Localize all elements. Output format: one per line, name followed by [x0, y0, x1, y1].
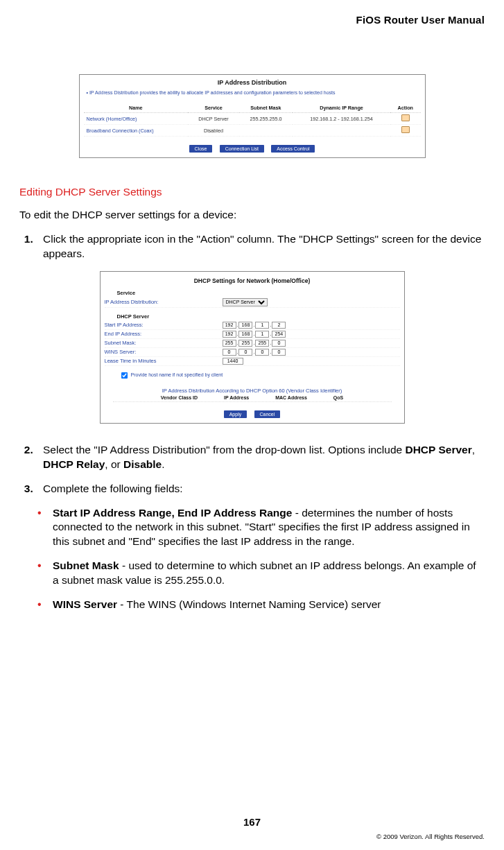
start-ip-2[interactable] [238, 322, 252, 329]
ip-dist-label: IP Address Distribution: [105, 299, 223, 305]
table-row: Network (Home/Office) DHCP Server 255.25… [84, 113, 421, 125]
edit-icon[interactable] [401, 126, 410, 133]
cell-range [293, 125, 390, 137]
bullet-start-end: Start IP Address Range, End IP Address R… [36, 506, 485, 550]
start-ip-3[interactable] [255, 322, 269, 329]
edit-icon[interactable] [401, 114, 410, 121]
screenshot-dhcp-settings: DHCP Settings for Network (Home/Office) … [100, 271, 405, 424]
close-button[interactable]: Close [189, 145, 213, 153]
col-mac: MAC Address [275, 395, 307, 400]
mask-1[interactable] [223, 340, 236, 347]
wins-3[interactable] [255, 349, 269, 356]
screenshot-ip-distribution: IP Address Distribution • IP Address Dis… [79, 74, 426, 158]
cell-name[interactable]: Network (Home/Office) [84, 113, 189, 125]
mask-label: Subnet Mask: [105, 340, 223, 346]
table-row: Broadband Connection (Coax) Disabled [84, 125, 421, 137]
lease-input[interactable] [223, 358, 243, 365]
wins-value: ... [223, 349, 286, 356]
lease-label: Lease Time in Minutes [105, 358, 223, 364]
bullet-wins-server: WINS Server - The WINS (Windows Internet… [36, 598, 485, 612]
cell-name[interactable]: Broadband Connection (Coax) [84, 125, 189, 137]
cancel-button[interactable]: Cancel [254, 410, 281, 418]
ss1-table: Name Service Subnet Mask Dynamic IP Rang… [84, 103, 421, 137]
step-3: Complete the following fields: [36, 482, 485, 496]
intro-text: To edit the DHCP server settings for a d… [19, 208, 485, 223]
start-ip-4[interactable] [272, 322, 286, 329]
access-control-button[interactable]: Access Control [271, 145, 315, 153]
lease-row: Lease Time in Minutes [105, 357, 400, 366]
copyright: © 2009 Verizon. All Rights Reserved. [376, 833, 485, 840]
end-ip-1[interactable] [223, 331, 236, 338]
cell-service: DHCP Server [188, 113, 239, 125]
ip-dist-select[interactable]: DHCP Server [223, 298, 268, 306]
col-name: Name [84, 103, 189, 113]
cell-range: 192.168.1.2 - 192.168.1.254 [293, 113, 390, 125]
wins-row: WINS Server: ... [105, 348, 400, 357]
dhcp-server-head: DHCP Server [105, 312, 400, 321]
col-mask: Subnet Mask [239, 103, 293, 113]
section-title: Editing DHCP Server Settings [19, 186, 485, 198]
start-ip-value: ... [223, 322, 286, 329]
wins-1[interactable] [223, 349, 236, 356]
cell-action[interactable] [390, 113, 421, 125]
ss1-note: • IP Address Distribution provides the a… [84, 90, 421, 95]
mask-3[interactable] [255, 340, 269, 347]
mask-4[interactable] [272, 340, 286, 347]
ss1-title: IP Address Distribution [84, 79, 421, 86]
start-ip-label: Start IP Address: [105, 322, 223, 328]
end-ip-3[interactable] [255, 331, 269, 338]
wins-2[interactable] [238, 349, 252, 356]
col-service: Service [188, 103, 239, 113]
page-number: 167 [0, 816, 504, 828]
ss2-title: DHCP Settings for Network (Home/Office) [105, 277, 400, 284]
start-ip-1[interactable] [223, 322, 236, 329]
cell-service: Disabled [188, 125, 239, 137]
hostname-check-row: Provide host name if not specified by cl… [105, 366, 400, 386]
col-qos: QoS [333, 395, 343, 400]
manual-title: FiOS Router User Manual [19, 14, 485, 26]
option60-header-row: Vendor Class ID IP Address MAC Address Q… [113, 394, 392, 402]
wins-4[interactable] [272, 349, 286, 356]
apply-button[interactable]: Apply [224, 410, 247, 418]
end-ip-2[interactable] [238, 331, 252, 338]
col-action: Action [390, 103, 421, 113]
service-head: Service [105, 288, 400, 297]
step-2: Select the "IP Address Distribution" fro… [36, 443, 485, 472]
cell-mask [239, 125, 293, 137]
wins-label: WINS Server: [105, 349, 223, 355]
col-range: Dynamic IP Range [293, 103, 390, 113]
col-vendor: Vendor Class ID [161, 395, 198, 400]
end-ip-4[interactable] [272, 331, 286, 338]
end-ip-row: End IP Address: ... [105, 330, 400, 339]
col-ip: IP Address [224, 395, 249, 400]
step-1: Click the appropriate icon in the "Actio… [36, 232, 485, 261]
mask-row: Subnet Mask: ... [105, 339, 400, 348]
start-ip-row: Start IP Address: ... [105, 321, 400, 330]
hostname-check-label: Provide host name if not specified by cl… [131, 372, 223, 377]
ip-dist-row: IP Address Distribution: DHCP Server [105, 297, 400, 308]
connection-list-button[interactable]: Connection List [220, 145, 264, 153]
bullet-subnet-mask: Subnet Mask - used to determine to which… [36, 559, 485, 588]
end-ip-label: End IP Address: [105, 331, 223, 337]
mask-value: ... [223, 340, 286, 347]
option60-subtitle: IP Address Distribution According to DHC… [105, 388, 400, 394]
cell-mask: 255.255.255.0 [239, 113, 293, 125]
mask-2[interactable] [238, 340, 252, 347]
end-ip-value: ... [223, 331, 286, 338]
cell-action[interactable] [390, 125, 421, 137]
hostname-checkbox[interactable] [121, 372, 127, 379]
